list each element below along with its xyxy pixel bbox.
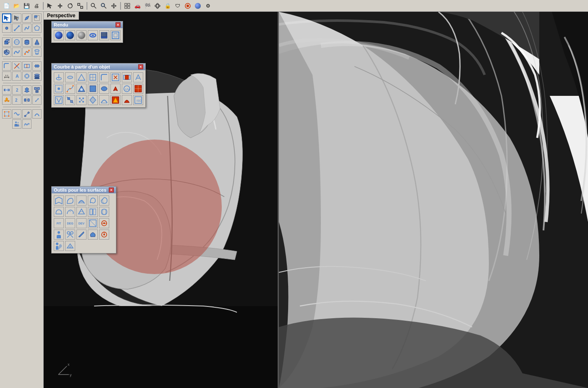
courbe-panel-titlebar[interactable]: Courbe à partir d'un objet ×: [52, 63, 145, 70]
courbe-btn-20[interactable]: [88, 95, 98, 105]
outils-btn-3[interactable]: [76, 195, 87, 206]
courbe-btn-24[interactable]: ISO: [133, 95, 143, 105]
print-btn[interactable]: 🖨: [32, 1, 41, 11]
courbe-btn-2[interactable]: [65, 72, 75, 82]
outils-close-btn[interactable]: ×: [109, 187, 114, 193]
render-btn[interactable]: [183, 1, 192, 11]
rendu-btn-2[interactable]: [65, 30, 75, 40]
nurbs-tool[interactable]: [12, 48, 21, 57]
paint-select-tool[interactable]: [22, 13, 32, 23]
outils-btn-stand2[interactable]: [65, 241, 75, 251]
courbe-btn-21[interactable]: [99, 95, 109, 105]
outils-btn-8[interactable]: [76, 207, 87, 217]
wave-tool[interactable]: [22, 119, 32, 129]
number-2-tool[interactable]: 2: [12, 85, 21, 95]
rendu-close-btn[interactable]: ×: [116, 22, 121, 27]
outils-btn-dev[interactable]: DEV: [76, 218, 87, 228]
courbe-btn-23[interactable]: [122, 95, 132, 105]
courbe-btn-15[interactable]: UV: [122, 84, 132, 94]
rendu-btn-5[interactable]: [99, 30, 109, 40]
layer-tool[interactable]: [32, 71, 42, 81]
settings-btn[interactable]: ⚙: [203, 1, 213, 11]
outils-btn-9[interactable]: [88, 207, 98, 217]
line-tool[interactable]: [12, 24, 21, 33]
rendu-btn-1[interactable]: [54, 30, 64, 40]
courbe-btn-11[interactable]: [76, 84, 87, 94]
measure-tool[interactable]: [2, 85, 11, 95]
new-btn[interactable]: 📄: [2, 1, 11, 11]
trim-tool[interactable]: [12, 61, 21, 71]
courbe-close-btn[interactable]: ×: [138, 64, 143, 69]
flow-tool[interactable]: [12, 109, 21, 119]
select-btn[interactable]: [45, 1, 55, 11]
rendu-btn-6[interactable]: [110, 30, 121, 40]
outils-btn-1[interactable]: [54, 195, 64, 206]
courbe-btn-10[interactable]: [65, 84, 75, 94]
loft-tool[interactable]: [32, 48, 42, 57]
outils-btn-5[interactable]: [99, 195, 109, 206]
courbe-btn-12[interactable]: [88, 84, 98, 94]
outils-btn-person[interactable]: [54, 230, 64, 240]
lock-btn[interactable]: 🔒: [163, 1, 172, 11]
courbe-btn-5[interactable]: [99, 72, 109, 82]
box-tool[interactable]: [2, 37, 11, 47]
courbe-btn-17[interactable]: [54, 95, 64, 105]
dimension-tool[interactable]: 5.0: [2, 71, 11, 81]
group-tool[interactable]: [32, 85, 42, 95]
courbe-btn-22[interactable]: [110, 95, 121, 105]
scale-obj-tool[interactable]: [32, 95, 42, 105]
courbe-btn-13[interactable]: [99, 84, 109, 94]
zoom-btn[interactable]: [89, 1, 98, 11]
outils-btn-deg[interactable]: DEG: [65, 218, 75, 228]
outils-btn-12[interactable]: [99, 218, 109, 228]
fillet-tool[interactable]: [2, 61, 11, 71]
polygon-tool[interactable]: [32, 24, 42, 33]
courbe-btn-19[interactable]: [76, 95, 87, 105]
outils-btn-scissors[interactable]: [65, 230, 75, 240]
scale-btn[interactable]: [76, 1, 85, 11]
rotate-btn[interactable]: [66, 1, 75, 11]
courbe-btn-4[interactable]: [88, 72, 98, 82]
outils-btn-10[interactable]: [99, 207, 109, 217]
bend-tool[interactable]: [32, 109, 42, 119]
shield-btn[interactable]: 🛡: [173, 1, 182, 11]
join-tool[interactable]: [32, 61, 42, 71]
outils-btn-fit[interactable]: FIT: [54, 218, 64, 228]
outils-btn-13[interactable]: [88, 230, 98, 240]
snap-tool[interactable]: [22, 71, 32, 81]
viewport-right[interactable]: [279, 12, 588, 388]
courbe-btn-18[interactable]: [65, 95, 75, 105]
outils-panel-titlebar[interactable]: Outils pour les surfaces ×: [52, 187, 116, 193]
courbe-btn-7[interactable]: [122, 72, 132, 82]
cylinder-tool[interactable]: [22, 37, 32, 47]
courbe-btn-6[interactable]: [110, 72, 121, 82]
car-btn[interactable]: 🚗: [133, 1, 142, 11]
rendu-btn-3[interactable]: [76, 30, 87, 40]
grid-btn[interactable]: [123, 1, 132, 11]
annotate-tool[interactable]: A: [12, 71, 21, 81]
edit-pts-tool[interactable]: [22, 48, 32, 57]
zoom-window-btn[interactable]: [99, 1, 108, 11]
move-obj-tool[interactable]: [2, 95, 11, 105]
outils-btn-stand1[interactable]: [54, 241, 64, 251]
courbe-btn-1[interactable]: [54, 72, 64, 82]
outils-btn-4[interactable]: [88, 195, 98, 206]
pan-btn[interactable]: [109, 1, 118, 11]
courbe-btn-14[interactable]: [110, 84, 121, 94]
rendu-btn-4[interactable]: [88, 30, 98, 40]
flag-btn[interactable]: 🏁: [143, 1, 152, 11]
rendu-panel-titlebar[interactable]: Rendu ×: [52, 21, 123, 28]
open-btn[interactable]: 📂: [12, 1, 21, 11]
select-all-tool[interactable]: [12, 13, 21, 23]
rotate-obj-tool[interactable]: 2: [12, 95, 21, 105]
split-tool[interactable]: [22, 61, 32, 71]
cage-tool[interactable]: [2, 109, 11, 119]
sphere-btn[interactable]: [193, 1, 202, 11]
people-tool[interactable]: [12, 119, 21, 129]
curve-tool[interactable]: [22, 24, 32, 33]
outils-btn-7[interactable]: [65, 207, 75, 217]
circle3d-btn[interactable]: [153, 1, 162, 11]
twist-tool[interactable]: [22, 109, 32, 119]
courbe-btn-8[interactable]: [133, 72, 143, 82]
cone-tool[interactable]: [32, 37, 42, 47]
